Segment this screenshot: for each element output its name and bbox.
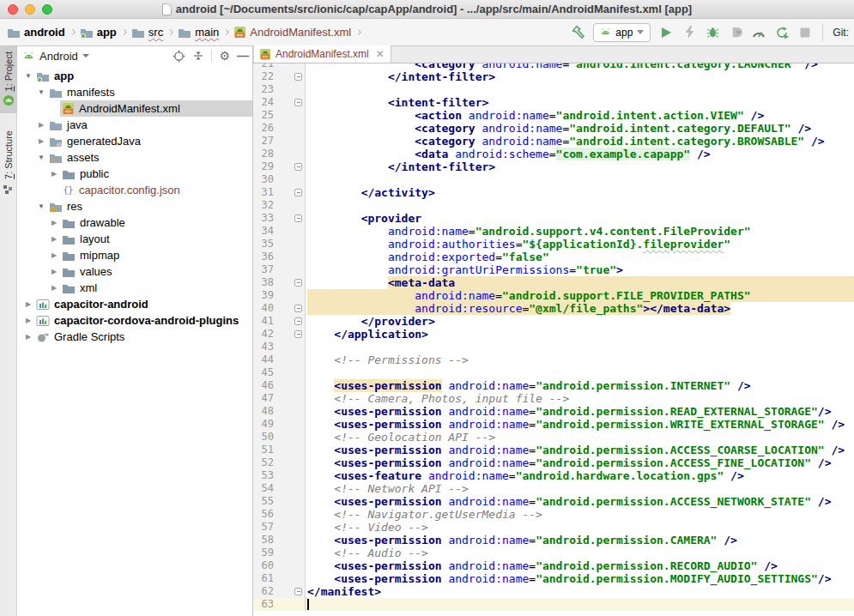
- code-editor[interactable]: 21 <category android:name="android.inten…: [253, 63, 854, 616]
- code-line-57[interactable]: 57 <!-- Video -->: [253, 521, 854, 534]
- code-line-53[interactable]: 53 <uses-feature android:name="android.h…: [253, 469, 854, 482]
- breadcrumb-item-app[interactable]: app: [80, 26, 117, 39]
- tree-item-capacitor-cordova-android-plugins[interactable]: ▶capacitor-cordova-android-plugins: [17, 312, 252, 329]
- code-line-56[interactable]: 56 <!-- Navigator.getUserMedia -->: [253, 508, 854, 521]
- code-line-33[interactable]: 33 <provider: [253, 212, 854, 225]
- code-line-26[interactable]: 26 <category android:name="android.inten…: [253, 122, 854, 135]
- code-line-62[interactable]: 62</manifest>: [253, 585, 854, 598]
- tree-item-public[interactable]: ▶public: [17, 166, 252, 182]
- code-line-46[interactable]: 46 <uses-permission android:name="androi…: [253, 379, 854, 392]
- code-line-21[interactable]: 21 <category android:name="android.inten…: [253, 63, 854, 70]
- tool-button-structure[interactable]: 7: Structure: [0, 125, 17, 202]
- breadcrumb-item-src[interactable]: src: [131, 26, 163, 39]
- tree-item-generatedjava[interactable]: ▶generatedJava: [17, 133, 252, 149]
- fold-end-icon[interactable]: [294, 73, 302, 81]
- fold-start-icon[interactable]: [294, 99, 302, 106]
- code-line-32[interactable]: 32: [253, 199, 854, 212]
- code-line-31[interactable]: 31 </activity>: [253, 186, 854, 199]
- tree-right-arrow-icon[interactable]: ▶: [48, 235, 60, 243]
- tree-down-arrow-icon[interactable]: ▼: [22, 72, 34, 80]
- fold-end-icon[interactable]: [294, 305, 302, 312]
- tree-item-app[interactable]: ▼app: [17, 68, 252, 84]
- code-line-39[interactable]: 39 android:name="android.support.FILE_PR…: [253, 289, 854, 302]
- tree-right-arrow-icon[interactable]: ▶: [48, 170, 60, 178]
- code-line-37[interactable]: 37 android:grantUriPermissions="true">: [253, 263, 854, 276]
- code-line-48[interactable]: 48 <uses-permission android:name="androi…: [253, 405, 854, 418]
- tree-right-arrow-icon[interactable]: ▶: [48, 268, 60, 275]
- tree-right-arrow-icon[interactable]: ▶: [35, 137, 47, 145]
- code-line-30[interactable]: 30: [253, 173, 854, 186]
- fold-start-icon[interactable]: [294, 214, 302, 222]
- tree-down-arrow-icon[interactable]: ▼: [35, 202, 47, 210]
- code-line-55[interactable]: 55 <uses-permission android:name="androi…: [253, 495, 854, 508]
- build-hammer-icon[interactable]: [570, 25, 585, 40]
- attach-debugger-icon[interactable]: [728, 25, 743, 40]
- tree-item-res[interactable]: ▼res: [17, 198, 252, 214]
- breadcrumb-item-androidmanifest-xml[interactable]: <>AndroidManifest.xml: [233, 26, 351, 39]
- code-line-47[interactable]: 47 <!-- Camera, Photos, input file -->: [253, 392, 854, 405]
- tree-item-values[interactable]: ▶values: [17, 263, 252, 280]
- tool-button-project[interactable]: 1: Project: [0, 46, 17, 113]
- code-line-59[interactable]: 59 <!-- Audio -->: [253, 547, 854, 559]
- run-button[interactable]: [658, 25, 674, 40]
- hide-panel-icon[interactable]: —: [237, 50, 249, 62]
- code-line-52[interactable]: 52 <uses-permission android:name="androi…: [253, 456, 854, 469]
- code-line-54[interactable]: 54 <!-- Network API -->: [253, 482, 854, 495]
- project-view-select[interactable]: Android: [39, 50, 78, 63]
- fold-end-icon[interactable]: [294, 330, 302, 338]
- gear-icon[interactable]: ⚙: [219, 50, 230, 62]
- code-line-25[interactable]: 25 <action android:name="android.intent.…: [253, 109, 854, 122]
- code-line-60[interactable]: 60 <uses-permission android:name="androi…: [253, 559, 854, 572]
- tree-item-gradle-scripts[interactable]: ▶Gradle Scripts: [17, 329, 252, 345]
- code-line-49[interactable]: 49 <uses-permission android:name="androi…: [253, 418, 854, 431]
- apply-changes-icon[interactable]: [681, 25, 697, 40]
- code-line-58[interactable]: 58 <uses-permission android:name="androi…: [253, 534, 854, 547]
- code-line-42[interactable]: 42 </application>: [253, 328, 854, 341]
- tree-item-androidmanifest-xml[interactable]: <>AndroidManifest.xml: [17, 100, 252, 117]
- code-line-38[interactable]: 38 <meta-data: [253, 276, 854, 289]
- code-line-63[interactable]: 63: [253, 598, 854, 611]
- tree-right-arrow-icon[interactable]: ▶: [48, 219, 60, 226]
- code-line-24[interactable]: 24 <intent-filter>: [253, 96, 854, 109]
- code-line-43[interactable]: 43: [253, 341, 854, 353]
- tree-item-drawable[interactable]: ▶drawable: [17, 214, 252, 231]
- code-line-23[interactable]: 23: [253, 83, 854, 96]
- tree-right-arrow-icon[interactable]: ▶: [48, 284, 60, 292]
- breadcrumb-item-main[interactable]: main: [178, 26, 219, 39]
- collapse-all-icon[interactable]: [192, 50, 204, 62]
- code-line-51[interactable]: 51 <uses-permission android:name="androi…: [253, 444, 854, 456]
- tree-right-arrow-icon[interactable]: ▶: [22, 333, 34, 341]
- tree-down-arrow-icon[interactable]: ▼: [35, 154, 47, 161]
- code-line-44[interactable]: 44 <!-- Permissions -->: [253, 353, 854, 366]
- tree-item-layout[interactable]: ▶layout: [17, 231, 252, 247]
- tree-right-arrow-icon[interactable]: ▶: [22, 317, 34, 324]
- tree-item-manifests[interactable]: ▼manifests: [17, 84, 252, 100]
- code-line-61[interactable]: 61 <uses-permission android:name="androi…: [253, 572, 854, 585]
- code-line-27[interactable]: 27 <category android:name="android.inten…: [253, 135, 854, 148]
- tree-right-arrow-icon[interactable]: ▶: [48, 251, 60, 259]
- fold-start-icon[interactable]: [294, 279, 302, 287]
- run-configuration-select[interactable]: app: [593, 23, 651, 42]
- fold-end-icon[interactable]: [294, 588, 302, 595]
- close-icon[interactable]: ✕: [376, 49, 385, 59]
- tree-item-java[interactable]: ▶java: [17, 117, 252, 133]
- debug-button[interactable]: [705, 25, 720, 40]
- code-line-35[interactable]: 35 android:authorities="${applicationId}…: [253, 238, 854, 251]
- code-line-40[interactable]: 40 android:resource="@xml/file_paths"></…: [253, 302, 854, 315]
- sync-project-icon[interactable]: [774, 25, 790, 40]
- code-line-36[interactable]: 36 android:exported="false": [253, 251, 854, 263]
- code-line-50[interactable]: 50 <!-- Geolocation API -->: [253, 431, 854, 444]
- tree-item-capacitor-android[interactable]: ▶capacitor-android: [17, 296, 252, 312]
- code-line-22[interactable]: 22 </intent-filter>: [253, 70, 854, 83]
- code-line-45[interactable]: 45: [253, 366, 854, 379]
- tree-right-arrow-icon[interactable]: ▶: [22, 300, 34, 308]
- tree-item-assets[interactable]: ▼assets: [17, 149, 252, 166]
- tree-down-arrow-icon[interactable]: ▼: [35, 88, 47, 96]
- breadcrumb-item-android[interactable]: android: [7, 26, 65, 39]
- code-line-34[interactable]: 34 android:name="android.support.v4.cont…: [253, 225, 854, 238]
- tree-item-capacitor-config-json[interactable]: {}capacitor.config.json: [17, 182, 252, 198]
- fold-end-icon[interactable]: [294, 189, 302, 196]
- fold-end-icon[interactable]: [294, 163, 302, 171]
- fold-end-icon[interactable]: [294, 317, 302, 325]
- tree-item-mipmap[interactable]: ▶mipmap: [17, 247, 252, 263]
